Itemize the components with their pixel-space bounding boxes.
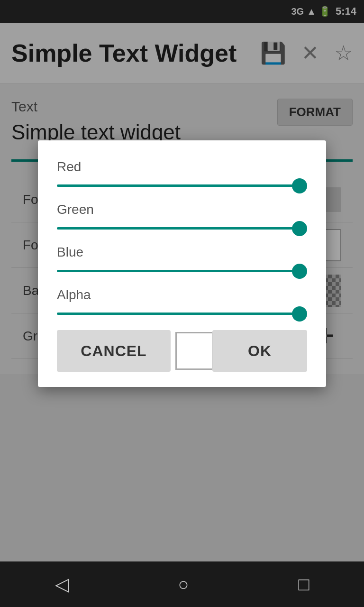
green-slider-group: Green (57, 202, 307, 231)
red-slider-group: Red (57, 159, 307, 189)
blue-label: Blue (57, 245, 307, 260)
ok-button[interactable]: OK (212, 330, 307, 372)
recents-button[interactable]: □ (299, 574, 309, 595)
dialog-buttons: CANCEL OK (57, 330, 307, 372)
alpha-slider[interactable] (57, 313, 307, 315)
back-button[interactable]: ◁ (55, 574, 69, 595)
blue-slider-group: Blue (57, 245, 307, 274)
blue-slider[interactable] (57, 270, 307, 272)
alpha-label: Alpha (57, 287, 307, 303)
bottom-nav: ◁ ○ □ (0, 561, 364, 607)
color-preview-swatch (175, 332, 213, 370)
color-picker-dialog: Red Green Blue Alpha CANCEL OK (38, 140, 326, 387)
cancel-button[interactable]: CANCEL (57, 330, 171, 372)
ok-wrapper: OK (175, 330, 307, 372)
red-slider[interactable] (57, 184, 307, 187)
green-slider[interactable] (57, 227, 307, 230)
alpha-slider-group: Alpha (57, 287, 307, 317)
green-label: Green (57, 202, 307, 217)
red-label: Red (57, 159, 307, 175)
home-button[interactable]: ○ (178, 574, 189, 595)
